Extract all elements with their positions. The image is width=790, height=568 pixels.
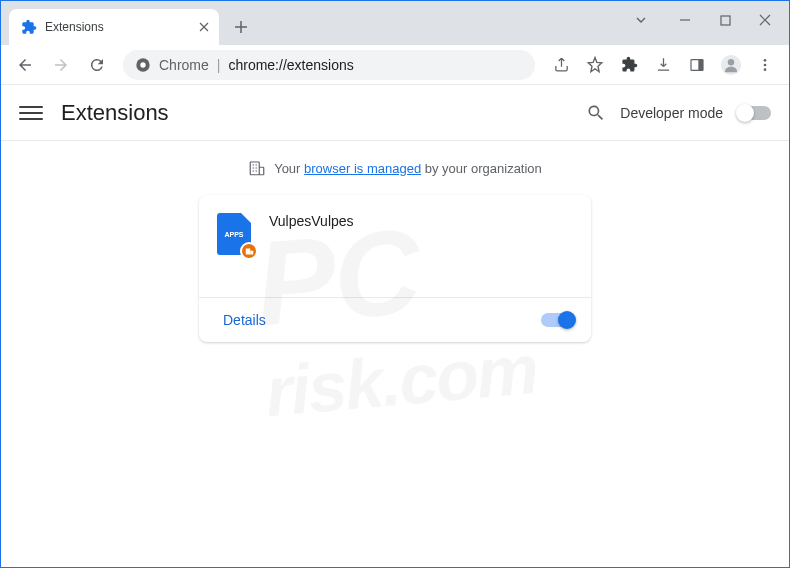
- maximize-button[interactable]: [705, 7, 745, 33]
- page-title: Extensions: [61, 100, 169, 126]
- bookmark-star-icon[interactable]: [579, 49, 611, 81]
- omnibox-prefix: Chrome: [159, 57, 209, 73]
- minimize-button[interactable]: [665, 7, 705, 33]
- close-window-button[interactable]: [745, 7, 785, 33]
- sidepanel-icon[interactable]: [681, 49, 713, 81]
- profile-avatar-icon[interactable]: [715, 49, 747, 81]
- extension-name: VulpesVulpes: [269, 213, 354, 257]
- extension-enable-toggle[interactable]: [541, 313, 575, 327]
- forward-button[interactable]: [45, 49, 77, 81]
- window-titlebar: Extensions: [1, 1, 789, 45]
- extension-icon-label: APPS: [217, 231, 251, 238]
- menu-dots-icon[interactable]: [749, 49, 781, 81]
- details-button[interactable]: Details: [215, 306, 274, 334]
- new-tab-button[interactable]: [227, 13, 255, 41]
- managed-prefix: Your: [274, 161, 300, 176]
- svg-rect-11: [250, 250, 253, 254]
- tab-title: Extensions: [45, 20, 104, 34]
- download-icon[interactable]: [647, 49, 679, 81]
- developer-mode-label: Developer mode: [620, 105, 723, 121]
- extension-icon: APPS: [217, 213, 253, 257]
- enterprise-badge-icon: [240, 242, 258, 260]
- svg-rect-10: [245, 248, 250, 254]
- address-bar[interactable]: Chrome | chrome://extensions: [123, 50, 535, 80]
- extensions-puzzle-icon[interactable]: [613, 49, 645, 81]
- extension-card: APPS VulpesVulpes Details: [199, 195, 591, 342]
- svg-point-7: [764, 59, 767, 62]
- search-icon[interactable]: [586, 103, 606, 123]
- svg-rect-0: [721, 16, 730, 25]
- developer-mode-toggle[interactable]: [737, 106, 771, 120]
- managed-suffix: by your organization: [425, 161, 542, 176]
- svg-point-9: [764, 68, 767, 71]
- browser-toolbar: Chrome | chrome://extensions: [1, 45, 789, 85]
- chrome-logo-icon: [135, 57, 151, 73]
- share-icon[interactable]: [545, 49, 577, 81]
- back-button[interactable]: [9, 49, 41, 81]
- omnibox-separator: |: [217, 57, 221, 73]
- svg-point-6: [728, 59, 734, 65]
- extensions-content: Your browser is managed by your organiza…: [1, 141, 789, 360]
- extensions-header: Extensions Developer mode: [1, 85, 789, 141]
- window-controls: [621, 1, 789, 33]
- browser-tab[interactable]: Extensions: [9, 9, 219, 45]
- svg-rect-4: [698, 59, 703, 70]
- managed-link[interactable]: browser is managed: [304, 161, 421, 176]
- building-icon: [248, 159, 266, 177]
- puzzle-icon: [21, 19, 37, 35]
- reload-button[interactable]: [81, 49, 113, 81]
- svg-point-2: [140, 62, 145, 67]
- close-tab-icon[interactable]: [199, 22, 209, 32]
- svg-point-8: [764, 63, 767, 66]
- omnibox-url: chrome://extensions: [228, 57, 353, 73]
- managed-browser-notice: Your browser is managed by your organiza…: [248, 159, 542, 177]
- chevron-down-icon[interactable]: [621, 7, 661, 33]
- menu-hamburger-icon[interactable]: [19, 101, 43, 125]
